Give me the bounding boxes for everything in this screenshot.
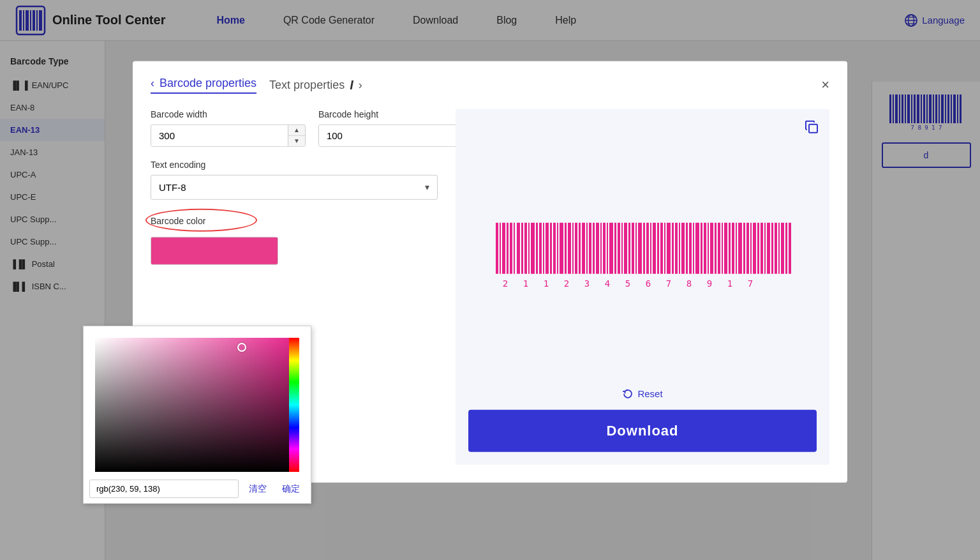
- modal-header: ‹ Barcode properties Text properties I ›…: [151, 76, 829, 93]
- barcode-color-swatch[interactable]: [151, 236, 278, 264]
- barcode-height-input[interactable]: 100: [319, 125, 456, 146]
- barcode-svg-wrap: 2 1 1 2 3 4 5 6 7 8 9 1 7: [468, 207, 817, 303]
- svg-rect-112: [757, 223, 759, 274]
- svg-rect-79: [638, 223, 642, 274]
- svg-rect-81: [646, 223, 649, 274]
- svg-rect-53: [546, 223, 549, 274]
- svg-rect-46: [521, 223, 523, 274]
- barcode-width-spinner-btns: ▲ ▼: [288, 125, 305, 146]
- text-encoding-select-wrapper: UTF-8 ASCII ISO-8859-1 ▾: [151, 174, 438, 199]
- svg-rect-96: [701, 223, 702, 274]
- svg-rect-102: [722, 223, 723, 274]
- cursor-icon: I: [350, 77, 353, 92]
- svg-rect-116: [771, 223, 773, 274]
- svg-text:6: 6: [646, 278, 651, 289]
- barcode-height-label: Barcode height: [318, 109, 473, 119]
- svg-rect-93: [689, 223, 692, 274]
- svg-rect-61: [575, 223, 577, 274]
- barcode-width-down-button[interactable]: ▼: [288, 135, 305, 146]
- svg-rect-58: [565, 223, 567, 274]
- chevron-left-icon: ‹: [151, 76, 154, 89]
- chevron-right-icon: ›: [359, 78, 362, 91]
- svg-rect-63: [582, 223, 585, 274]
- barcode-preview: 2 1 1 2 3 4 5 6 7 8 9 1 7: [468, 121, 817, 388]
- text-encoding-label: Text encoding: [151, 159, 438, 169]
- svg-rect-89: [675, 223, 678, 274]
- copy-icon[interactable]: [804, 119, 819, 138]
- svg-rect-67: [596, 223, 599, 274]
- svg-rect-82: [650, 223, 651, 274]
- svg-rect-107: [738, 223, 742, 274]
- reset-icon: [622, 388, 634, 399]
- svg-rect-111: [753, 223, 756, 274]
- modal-close-button[interactable]: ×: [821, 76, 829, 93]
- svg-rect-50: [536, 223, 538, 274]
- svg-rect-45: [517, 223, 520, 274]
- svg-rect-114: [764, 223, 766, 274]
- svg-rect-64: [586, 223, 588, 274]
- svg-rect-106: [736, 223, 737, 274]
- barcode-color-label: Barcode color: [151, 215, 205, 225]
- text-encoding-select[interactable]: UTF-8 ASCII ISO-8859-1: [151, 175, 417, 199]
- svg-rect-109: [746, 223, 749, 274]
- barcode-height-spinner: 100 ▲ ▼: [318, 124, 473, 146]
- svg-rect-121: [789, 223, 791, 274]
- svg-rect-40: [500, 223, 501, 274]
- svg-text:1: 1: [727, 278, 732, 289]
- svg-rect-73: [618, 223, 620, 274]
- svg-rect-90: [679, 223, 680, 274]
- svg-rect-99: [710, 223, 713, 274]
- svg-text:9: 9: [707, 278, 712, 289]
- svg-rect-86: [664, 223, 665, 274]
- color-picker-confirm-button[interactable]: 确定: [277, 481, 305, 497]
- svg-rect-49: [531, 223, 535, 274]
- svg-rect-118: [778, 223, 780, 274]
- barcode-width-label: Barcode width: [151, 109, 306, 119]
- svg-rect-66: [593, 223, 595, 274]
- svg-rect-105: [732, 223, 734, 274]
- svg-rect-42: [507, 223, 509, 274]
- tab-barcode-properties[interactable]: ‹ Barcode properties: [151, 76, 256, 93]
- svg-rect-110: [750, 223, 752, 274]
- svg-rect-95: [695, 223, 699, 274]
- color-picker-footer: rgb(230, 59, 138) 清空 确定: [84, 476, 311, 503]
- svg-rect-60: [572, 223, 574, 274]
- svg-text:5: 5: [625, 278, 630, 289]
- color-picker-popup: rgb(230, 59, 138) 清空 确定: [83, 326, 311, 504]
- select-arrow-icon: ▾: [417, 182, 437, 192]
- reset-button[interactable]: Reset: [622, 388, 662, 399]
- tab-text-properties[interactable]: Text properties I ›: [269, 77, 362, 92]
- svg-text:4: 4: [605, 278, 610, 289]
- svg-rect-94: [693, 223, 694, 274]
- color-picker-canvas[interactable]: [95, 338, 299, 472]
- svg-rect-71: [609, 223, 613, 274]
- svg-text:3: 3: [584, 278, 590, 289]
- barcode-svg: 2 1 1 2 3 4 5 6 7 8 9 1 7: [489, 220, 796, 290]
- color-picker-value-input[interactable]: rgb(230, 59, 138): [89, 480, 239, 498]
- svg-rect-97: [704, 223, 706, 274]
- svg-rect-101: [718, 223, 720, 274]
- svg-rect-115: [767, 223, 770, 274]
- svg-rect-41: [502, 223, 505, 274]
- barcode-color-group: Barcode color: [151, 212, 438, 229]
- svg-text:7: 7: [748, 278, 753, 289]
- svg-rect-55: [553, 223, 556, 274]
- svg-rect-117: [775, 223, 777, 274]
- svg-rect-77: [632, 223, 634, 274]
- modal-preview-panel: 2 1 1 2 3 4 5 6 7 8 9 1 7: [456, 109, 829, 464]
- svg-rect-83: [653, 223, 656, 274]
- barcode-width-input[interactable]: 300: [151, 125, 288, 146]
- barcode-width-group: Barcode width 300 ▲ ▼: [151, 109, 306, 146]
- svg-rect-80: [643, 223, 645, 274]
- svg-rect-78: [635, 223, 637, 274]
- barcode-width-spinner: 300 ▲ ▼: [151, 124, 306, 146]
- svg-rect-48: [528, 223, 530, 274]
- download-button[interactable]: Download: [468, 409, 817, 451]
- color-picker-clear-button[interactable]: 清空: [244, 481, 272, 497]
- color-picker-hue-slider[interactable]: [289, 338, 299, 472]
- svg-rect-70: [607, 223, 608, 274]
- svg-rect-38: [809, 124, 817, 132]
- svg-rect-98: [708, 223, 709, 274]
- svg-rect-52: [543, 223, 544, 274]
- barcode-width-up-button[interactable]: ▲: [288, 125, 305, 135]
